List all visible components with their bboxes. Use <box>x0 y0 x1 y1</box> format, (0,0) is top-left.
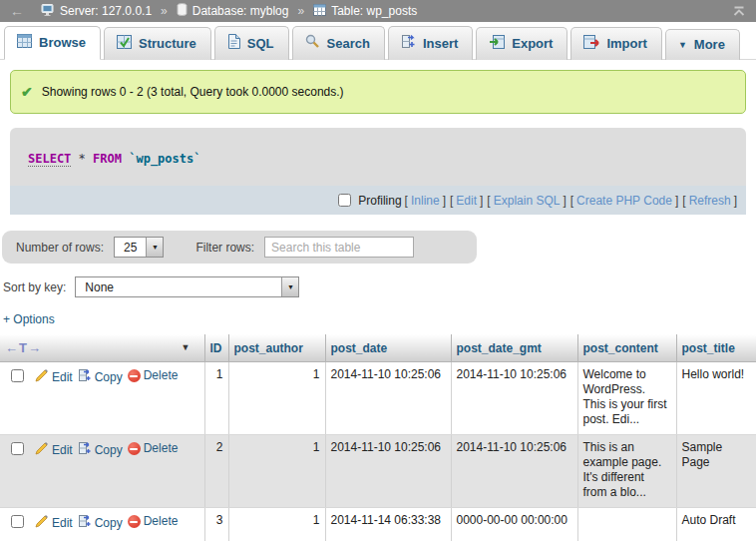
edit-query-link[interactable]: Edit <box>456 194 477 208</box>
column-header-post-date-gmt[interactable]: post_date_gmt <box>451 334 577 362</box>
profiling-label: Profiling <box>334 191 401 210</box>
breadcrumb-database[interactable]: Database: myblog <box>177 3 289 19</box>
success-message-text: Showing rows 0 - 2 (3 total, Query took … <box>42 85 344 99</box>
browse-icon <box>17 34 32 51</box>
delete-icon <box>128 369 141 382</box>
sql-star: * <box>79 152 86 166</box>
edit-row-link[interactable]: Edit <box>35 514 73 532</box>
transpose-left-icon[interactable]: ← <box>5 340 19 355</box>
collapse-panel-icon[interactable] <box>732 6 746 17</box>
tab-browse-label: Browse <box>39 35 86 50</box>
tab-search-label: Search <box>327 36 370 51</box>
copy-icon <box>78 514 92 532</box>
inline-link[interactable]: Inline <box>411 194 440 208</box>
cell-post-author: 1 <box>228 362 325 435</box>
copy-row-link[interactable]: Copy <box>78 368 123 386</box>
tab-more[interactable]: ▼ More <box>665 29 740 60</box>
profiling-checkbox[interactable] <box>338 194 351 207</box>
pencil-icon <box>35 441 49 459</box>
delete-row-link[interactable]: Delete <box>128 441 179 456</box>
breadcrumb-separator: » <box>297 4 304 18</box>
bracket: ] <box>563 194 566 208</box>
results-table: ←T→ ▼ ID post_author post_date post_date… <box>0 334 756 541</box>
success-check-icon: ✔ <box>21 84 33 100</box>
bracket: [ <box>450 194 453 208</box>
tab-import[interactable]: Import <box>570 27 661 60</box>
tab-insert[interactable]: Insert <box>388 26 473 60</box>
column-header-post-content[interactable]: post_content <box>577 334 676 362</box>
edit-row-link[interactable]: Edit <box>35 441 73 459</box>
row-actions-cell: Edit Copy Delete <box>0 508 204 541</box>
cell-id: 2 <box>204 435 228 508</box>
column-header-post-author[interactable]: post_author <box>228 334 325 362</box>
table-row: Edit Copy Delete 3 1 2014-11-14 06:33:38… <box>0 508 756 541</box>
filter-rows-input[interactable] <box>264 237 414 258</box>
success-message: ✔ Showing rows 0 - 2 (3 total, Query too… <box>10 70 746 114</box>
tab-sql[interactable]: SQL <box>214 26 289 60</box>
tab-import-label: Import <box>606 36 646 51</box>
tab-browse[interactable]: Browse <box>4 26 101 60</box>
transpose-t-icon[interactable]: T <box>19 340 28 355</box>
tab-bar: Browse Structure SQL Search Insert Expor… <box>0 22 756 60</box>
export-icon <box>489 35 505 52</box>
cell-post-date-gmt: 2014-11-10 10:25:06 <box>451 435 577 508</box>
cell-post-date: 2014-11-10 10:25:06 <box>325 435 451 508</box>
delete-icon <box>128 442 141 455</box>
tab-more-label: More <box>694 37 725 52</box>
breadcrumb-server[interactable]: Server: 127.0.0.1 <box>41 4 152 19</box>
query-tools-strip: Profiling [ Inline ] [ Edit ] [ Explain … <box>10 186 746 215</box>
transpose-right-icon[interactable]: → <box>28 340 42 355</box>
column-header-post-date[interactable]: post_date <box>325 334 451 362</box>
copy-row-link[interactable]: Copy <box>78 441 123 459</box>
cell-post-content: Welcome to WordPress. This is your first… <box>577 362 676 435</box>
tab-structure[interactable]: Structure <box>104 27 211 60</box>
copy-icon <box>78 368 92 386</box>
search-icon <box>305 34 320 52</box>
copy-icon <box>78 441 92 459</box>
delete-row-link[interactable]: Delete <box>128 514 179 529</box>
explain-sql-link[interactable]: Explain SQL <box>494 194 561 208</box>
sql-icon <box>227 34 240 52</box>
insert-icon <box>401 34 416 52</box>
back-arrow-icon[interactable]: ← <box>10 3 24 19</box>
tab-search[interactable]: Search <box>292 26 385 60</box>
number-of-rows-select[interactable]: 25 ▼ <box>114 237 164 258</box>
header-dropdown-icon[interactable]: ▼ <box>182 342 190 352</box>
tab-export[interactable]: Export <box>476 27 567 60</box>
cell-post-title: Sample Page <box>676 435 756 508</box>
table-header-row: ←T→ ▼ ID post_author post_date post_date… <box>0 334 756 362</box>
row-checkbox[interactable] <box>11 369 24 382</box>
chevron-down-icon: ▼ <box>146 238 163 257</box>
number-of-rows-label: Number of rows: <box>16 241 104 255</box>
cell-post-title: Auto Draft <box>676 508 756 541</box>
sql-query-text: SELECT * FROM `wp_posts` <box>28 152 200 167</box>
edit-row-link[interactable]: Edit <box>35 368 73 386</box>
refresh-link[interactable]: Refresh <box>689 194 731 208</box>
row-actions-cell: Edit Copy Delete <box>0 362 204 435</box>
bracket: ] <box>480 194 483 208</box>
import-icon <box>583 35 599 52</box>
delete-row-link[interactable]: Delete <box>128 368 179 383</box>
column-header-post-title[interactable]: post_title <box>676 334 756 362</box>
sort-by-key-label: Sort by key: <box>3 280 66 294</box>
breadcrumb-bar: ← Server: 127.0.0.1 » Database: myblog »… <box>0 0 756 22</box>
breadcrumb-table[interactable]: Table: wp_posts <box>313 4 417 19</box>
bracket: ] <box>443 194 446 208</box>
options-link[interactable]: + Options <box>3 312 55 326</box>
structure-icon <box>117 35 132 52</box>
row-checkbox[interactable] <box>11 442 24 455</box>
sort-by-key-select[interactable]: None ▼ <box>75 276 299 297</box>
row-checkbox[interactable] <box>11 515 24 528</box>
cell-post-author: 1 <box>228 508 325 541</box>
tab-insert-label: Insert <box>423 36 458 51</box>
sql-keyword-select: SELECT <box>28 152 71 167</box>
column-header-id[interactable]: ID <box>204 334 228 362</box>
cell-post-author: 1 <box>228 435 325 508</box>
row-actions-cell: Edit Copy Delete <box>0 435 204 508</box>
create-php-code-link[interactable]: Create PHP Code <box>576 194 672 208</box>
breadcrumb-separator: » <box>161 4 168 18</box>
bracket: ] <box>734 194 737 208</box>
bracket: [ <box>487 194 490 208</box>
breadcrumb-server-label: Server: 127.0.0.1 <box>60 4 152 18</box>
copy-row-link[interactable]: Copy <box>78 514 123 532</box>
